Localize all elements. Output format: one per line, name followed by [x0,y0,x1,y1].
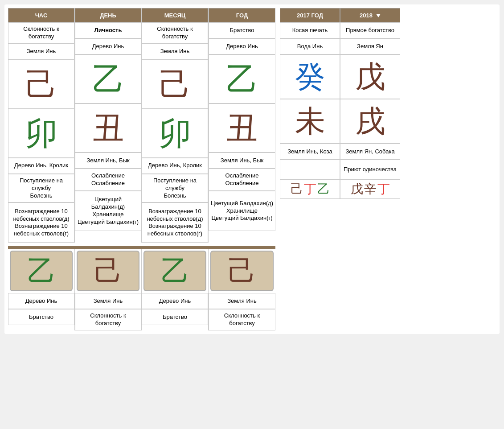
columns-grid: ЧАССклонность к богатствуЗемля Инь己卯Дере… [8,8,275,243]
right-symbols-col1: 己丁乙 [280,179,340,199]
right-symbols-col2: 戊辛丁 [340,179,400,199]
col-earthly-desc-0: Дерево Инь, Кролик [8,158,74,174]
right-type-col2: Прямое богатство [340,22,400,38]
col-element1-0: Земля Инь [8,44,74,60]
right-header-col2: 2018 [340,8,400,22]
bottom-type-0: Братство [8,309,74,325]
col-stars-3: ОслаблениеОслабление [209,169,275,191]
right-type-col1: Косая печать [280,22,340,38]
right-lower-desc-col2: Земля Ян, Собака [340,144,400,160]
col-earthly-desc-2: Дерево Инь, Кролик [142,158,208,174]
bottom-col-2: 乙Дерево ИньБратство [142,249,209,330]
col-type1-2: Склонность к богатству [142,22,208,44]
right-upper-char-col2: 戊 [340,54,400,99]
col-type1-3: Братство [209,22,275,38]
col-stars-0: Поступление на службуБолезнь [8,174,74,203]
column-0: ЧАССклонность к богатствуЗемля Инь己卯Дере… [8,8,75,243]
left-section: ЧАССклонность к богатствуЗемля Инь己卯Дере… [8,8,275,330]
col-earthly-char-1: 丑 [75,103,141,153]
col-element1-2: Земля Инь [142,44,208,60]
right-stars-col2: Приют одиночества [340,160,400,179]
col-heavenly-char-1: 乙 [75,54,141,103]
right-lower-char-col1: 未 [280,99,340,144]
col-heavenly-char-3: 乙 [209,54,275,103]
col-earthly-desc-3: Земля Инь, Бык [209,153,275,169]
bottom-element-3: Земля Инь [209,293,275,309]
column-3: ГОДБратствоДерево Инь乙丑Земля Инь, БыкОсл… [209,8,275,243]
bottom-char-1: 己 [77,251,139,291]
col-earthly-char-2: 卯 [142,109,208,158]
col-element1-1: Дерево Инь [75,38,141,54]
col-hidden-2: Вознаграждение 10 небесных стволов(д)Воз… [142,202,208,243]
bottom-char-2: 乙 [143,251,206,291]
column-1: ДЕНЬЛичностьДерево Инь乙丑Земля Инь, БыкОс… [75,8,142,243]
right-lower-char-col2: 戌 [340,99,400,144]
right-stars-col1 [280,160,340,179]
col-hidden-0: Вознаграждение 10 небесных стволов(д)Воз… [8,202,74,243]
bottom-char-3: 己 [210,251,274,291]
bottom-col-1: 己Земля ИньСклонность к богатству [75,249,142,330]
bottom-element-2: Дерево Инь [142,293,208,309]
col-element1-3: Дерево Инь [209,38,275,54]
bottom-element-0: Дерево Инь [8,293,74,309]
right-grid: 2017 ГОД2018 Косая печатьПрямое богатств… [280,8,405,199]
dropdown-arrow[interactable] [376,14,381,17]
col-earthly-char-0: 卯 [8,109,74,158]
col-header-3: ГОД [209,8,275,22]
right-lower-desc-col1: Земля Инь, Коза [280,144,340,160]
right-element-col2: Земля Ян [340,38,400,54]
col-stars-1: ОслаблениеОслабление [75,169,141,191]
bottom-type-1: Склонность к богатству [75,309,141,330]
col-header-1: ДЕНЬ [75,8,141,22]
bottom-type-2: Братство [142,309,208,325]
bottom-char-0: 乙 [10,251,73,291]
col-type1-1: Личность [75,22,141,38]
right-element-col1: Вода Инь [280,38,340,54]
right-section: 2017 ГОД2018 Косая печатьПрямое богатств… [280,8,405,330]
col-header-0: ЧАС [8,8,74,22]
bottom-type-3: Склонность к богатству [209,309,275,330]
bottom-section: 乙Дерево ИньБратство己Земля ИньСклонность … [8,249,275,330]
col-earthly-desc-1: Земля Инь, Бык [75,153,141,169]
col-type1-0: Склонность к богатству [8,22,74,44]
col-heavenly-char-2: 己 [142,60,208,109]
bottom-col-3: 己Земля ИньСклонность к богатству [209,249,275,330]
right-upper-char-col1: 癸 [280,54,340,99]
col-header-2: МЕСЯЦ [142,8,208,22]
bottom-col-0: 乙Дерево ИньБратство [8,249,75,330]
col-heavenly-char-0: 己 [8,60,74,109]
right-header-col1: 2017 ГОД [280,8,340,22]
col-hidden-3: Цветущий Балдахин(д)ХранилищеЦветущий Ба… [209,191,275,231]
column-2: МЕСЯЦСклонность к богатствуЗемля Инь己卯Де… [142,8,209,243]
bottom-element-1: Земля Инь [75,293,141,309]
main-container: ЧАССклонность к богатствуЗемля Инь己卯Дере… [4,4,500,334]
col-stars-2: Поступление на службуБолезнь [142,174,208,203]
col-earthly-char-3: 丑 [209,103,275,153]
col-hidden-1: Цветущий Балдахин(д)ХранилищеЦветущий Ба… [75,191,141,231]
